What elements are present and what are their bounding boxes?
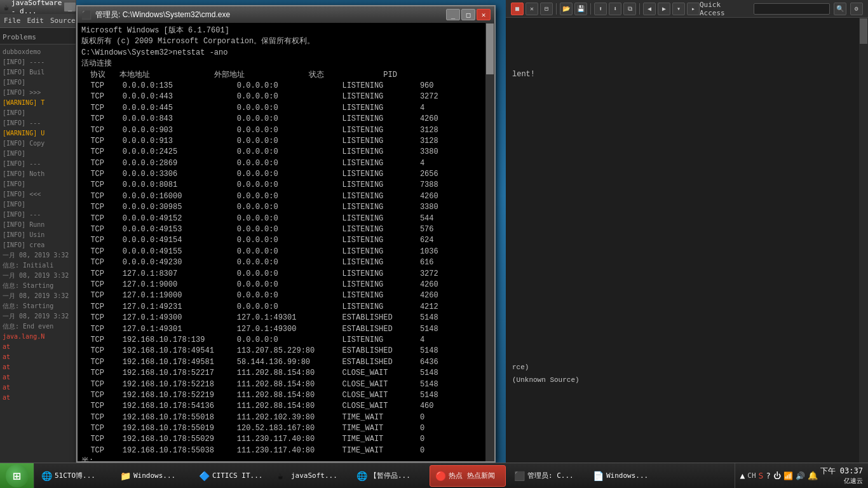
start-orb[interactable]: ⊞ bbox=[6, 464, 29, 487]
taskbar-item-label-2: CITICS IT... bbox=[212, 471, 262, 480]
tray-date-display: 亿速云 bbox=[820, 477, 863, 485]
search-btn[interactable]: 🔍 bbox=[834, 3, 846, 15]
taskbar-item-0[interactable]: 🌐51CTO博... bbox=[36, 465, 112, 487]
taskbar-item-2[interactable]: 🔷CITICS IT... bbox=[193, 465, 269, 487]
log-line: [INFO] Runn bbox=[3, 220, 73, 230]
cmd-minimize-btn[interactable]: _ bbox=[446, 9, 460, 20]
start-button[interactable]: ⊞ bbox=[0, 463, 34, 489]
tray-help-icon[interactable]: ? bbox=[766, 471, 770, 480]
collapse-btn[interactable]: ▾ bbox=[672, 3, 685, 15]
tray-network-icon[interactable]: 📶 bbox=[783, 471, 793, 480]
menu-edit[interactable]: Edit bbox=[27, 17, 44, 25]
log-line: [INFO] bbox=[3, 108, 73, 118]
tray-volume-icon[interactable]: 🔊 bbox=[796, 471, 805, 480]
menu-file[interactable]: File bbox=[4, 17, 21, 25]
taskbar-item-icon-1: 📁 bbox=[120, 471, 130, 481]
forward-btn[interactable]: ▶ bbox=[658, 3, 670, 15]
cmd-connection-row: TCP 0.0.0.0:843 0.0.0.0:0 LISTENING 4260 bbox=[81, 114, 482, 125]
log-line: at bbox=[3, 362, 73, 372]
cmd-close-btn[interactable]: ✕ bbox=[477, 9, 491, 20]
ide-left-panel: ☕ javaSoftware - d... _ □ ✕ File Edit So… bbox=[0, 0, 76, 463]
settings-btn[interactable]: ⚙ bbox=[850, 3, 863, 15]
log-line: [WARNING] T bbox=[3, 98, 73, 108]
cmd-connection-row: TCP 192.168.10.178:49541 113.207.85.229:… bbox=[81, 346, 482, 356]
ide-minimize-btn[interactable]: _ bbox=[64, 3, 76, 11]
cmd-text-area[interactable]: Microsoft Windows [版本 6.1.7601]版权所有 (c) … bbox=[78, 23, 485, 461]
tray-power-icon[interactable]: ⏻ bbox=[773, 471, 781, 480]
cmd-cursor-line: 半: bbox=[81, 456, 482, 461]
taskbar-item-1[interactable]: 📁Windows... bbox=[114, 465, 191, 487]
taskbar-item-5[interactable]: 🔴热点 热点新闻 bbox=[430, 465, 506, 487]
taskbar-item-label-0: 51CTO博... bbox=[55, 471, 95, 480]
log-line: [INFO] <<< bbox=[3, 189, 73, 200]
cmd-connection-row: TCP 0.0.0.0:49152 0.0.0.0:0 LISTENING 54… bbox=[81, 214, 482, 224]
taskbar-item-4[interactable]: 🌐【暂停品... bbox=[351, 465, 427, 487]
cmd-connection-row: TCP 192.168.10.178:139 0.0.0.0:0 LISTENI… bbox=[81, 335, 482, 346]
desktop: ☕ javaSoftware - d... _ □ ✕ File Edit So… bbox=[0, 0, 868, 488]
log-line: 信息: Starting bbox=[3, 301, 73, 311]
cmd-scrollbar[interactable] bbox=[485, 23, 494, 461]
cmd-connection-row: TCP 0.0.0.0:49154 0.0.0.0:0 LISTENING 62… bbox=[81, 235, 482, 246]
open-btn[interactable]: 📂 bbox=[560, 3, 573, 15]
cmd-icon: ⬛ bbox=[81, 10, 92, 20]
taskbar-item-icon-7: 📄 bbox=[593, 471, 603, 481]
menu-source[interactable]: Source bbox=[50, 17, 76, 25]
cmd-connection-row: TCP 0.0.0.0:2869 0.0.0.0:0 LISTENING 4 bbox=[81, 158, 482, 169]
cmd-maximize-btn[interactable]: □ bbox=[461, 9, 475, 20]
taskbar-item-6[interactable]: ⬛管理员: C... bbox=[508, 465, 585, 487]
expand-btn[interactable]: ▸ bbox=[687, 3, 700, 15]
tray-clock[interactable]: 下午 03:37 亿速云 bbox=[820, 466, 863, 485]
copy-btn[interactable]: ⧉ bbox=[623, 3, 636, 15]
editor-scrollbar[interactable] bbox=[859, 18, 868, 463]
taskbar-item-label-6: 管理员: C... bbox=[527, 471, 574, 480]
log-line: [INFO] ---- bbox=[3, 57, 73, 67]
cmd-connection-row: TCP 127.0.1:19000 0.0.0.0:0 LISTENING 42… bbox=[81, 290, 482, 301]
tray-ch-icon[interactable]: CH bbox=[747, 471, 756, 480]
taskbar-item-7[interactable]: 📄Windows... bbox=[587, 465, 663, 487]
export-btn[interactable]: ⬆ bbox=[594, 3, 607, 15]
taskbar-item-label-7: Windows... bbox=[606, 471, 648, 480]
problems-tab[interactable]: Problems bbox=[0, 28, 76, 44]
log-line: [INFO] bbox=[3, 179, 73, 189]
taskbar-item-icon-5: 🔴 bbox=[435, 471, 445, 481]
cmd-connection-row: TCP 0.0.0.0:8081 0.0.0.0:0 LISTENING 738… bbox=[81, 180, 482, 191]
log-line: 一月 08, 2019 3:32 bbox=[3, 271, 73, 281]
log-line: [INFO] --- bbox=[3, 159, 73, 169]
editor-text-rce: rce) bbox=[512, 362, 529, 374]
system-tray: ▲ CH S ? ⏻ 📶 🔊 🔔 下午 03:37 亿速云 bbox=[735, 463, 869, 488]
save-btn[interactable]: 💾 bbox=[574, 3, 587, 15]
editor-scrollbar-thumb[interactable] bbox=[860, 18, 867, 44]
cmd-connection-row: TCP 192.168.10.178:52218 111.202.88.154:… bbox=[81, 379, 482, 390]
ide-icon: ☕ bbox=[4, 3, 9, 12]
cmd-connection-row: TCP 192.168.10.178:55038 111.230.117.40:… bbox=[81, 445, 482, 456]
quick-access-input[interactable] bbox=[754, 3, 830, 15]
ide-titlebar: ☕ javaSoftware - d... _ □ ✕ bbox=[0, 0, 76, 14]
cmd-scrollbar-thumb[interactable] bbox=[486, 24, 494, 74]
taskbar-item-label-3: javaSoft... bbox=[291, 471, 337, 480]
back-btn[interactable]: ◀ bbox=[643, 3, 656, 15]
tray-time-display: 下午 03:37 bbox=[820, 466, 863, 477]
quick-access-area: Quick Access 🔍 ⚙ bbox=[700, 1, 863, 17]
cmd-connection-row: TCP 0.0.0.0:49230 0.0.0.0:0 LISTENING 61… bbox=[81, 257, 482, 268]
tray-up-icon[interactable]: ▲ bbox=[740, 471, 745, 480]
terminate-btn[interactable]: ✕ bbox=[526, 3, 538, 15]
cmd-connection-row: TCP 0.0.0.0:135 0.0.0.0:0 LISTENING 960 bbox=[81, 81, 482, 92]
cmd-connection-row: TCP 0.0.0.0:49155 0.0.0.0:0 LISTENING 10… bbox=[81, 247, 482, 257]
editor-text-source: (Unknown Source) bbox=[512, 375, 580, 386]
import-btn[interactable]: ⬇ bbox=[609, 3, 621, 15]
log-line: 一月 08, 2019 3:32 bbox=[3, 311, 73, 322]
tray-s-icon[interactable]: S bbox=[759, 471, 764, 480]
cmd-titlebar[interactable]: ⬛ 管理员: C:\Windows\System32\cmd.exe _ □ ✕ bbox=[78, 6, 494, 23]
cmd-header-line: Microsoft Windows [版本 6.1.7601] bbox=[81, 25, 482, 36]
disconnect-btn[interactable]: ⊟ bbox=[540, 3, 553, 15]
log-line: [INFO] --- bbox=[3, 118, 73, 128]
stop-btn[interactable]: ■ bbox=[511, 3, 524, 15]
tray-notify-icon[interactable]: 🔔 bbox=[808, 471, 818, 480]
log-line: [INFO] Usin bbox=[3, 230, 73, 240]
log-line: dubboxdemo bbox=[3, 47, 73, 57]
cmd-connection-row: TCP 0.0.0.0:2425 0.0.0.0:0 LISTENING 338… bbox=[81, 147, 482, 158]
log-line: at bbox=[3, 352, 73, 362]
taskbar-item-3[interactable]: ☕javaSoft... bbox=[272, 465, 348, 487]
cmd-connection-row: TCP 127.0.1:9000 0.0.0.0:0 LISTENING 426… bbox=[81, 280, 482, 290]
sep3 bbox=[639, 3, 640, 15]
